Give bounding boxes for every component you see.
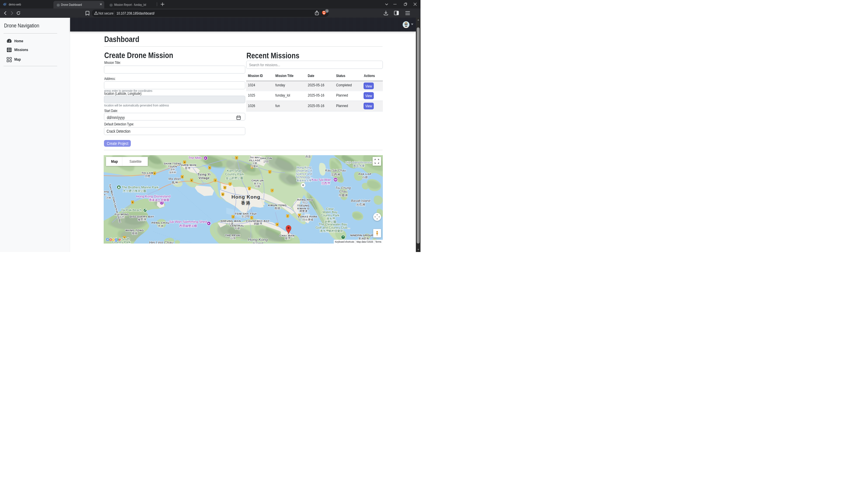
svg-text:清水灣鄉村俱樂部: 清水灣鄉村俱樂部 [320, 229, 343, 232]
svg-text:CHUK UN: CHUK UN [252, 179, 264, 182]
svg-text:5: 5 [209, 166, 210, 168]
svg-text:Basalt Island: Basalt Island [351, 199, 370, 202]
svg-text:馬灣: 馬灣 [171, 181, 178, 184]
svg-text:日出康城: 日出康城 [302, 218, 313, 221]
svg-text:黃大仙: 黃大仙 [254, 182, 261, 185]
svg-text:Kau Sai Wan: Kau Sai Wan [312, 178, 331, 181]
svg-text:觀塘: 觀塘 [274, 207, 280, 210]
svg-text:大橋: 大橋 [106, 196, 111, 199]
svg-text:Hong Kong: Hong Kong [231, 194, 260, 200]
svg-text:High Island Reservoir: High Island Reservoir [345, 161, 372, 164]
svg-text:Tiu Chung: Tiu Chung [335, 186, 351, 190]
svg-text:TSEUNG: TSEUNG [297, 204, 309, 207]
svg-text:西環鐘聲泳棚: 西環鐘聲泳棚 [179, 224, 197, 227]
svg-text:深井村: 深井村 [169, 171, 176, 174]
svg-text:Hong Kong: Hong Kong [296, 166, 311, 169]
svg-text:TSUEN: TSUEN [168, 165, 177, 168]
svg-text:Country Park: Country Park [225, 173, 244, 176]
svg-text:山頂: 山頂 [230, 236, 235, 239]
svg-text:Village: Village [199, 176, 210, 180]
svg-text:竹園: 竹園 [255, 185, 260, 188]
svg-text:Island: Island [252, 241, 263, 244]
svg-text:7: 7 [229, 183, 231, 185]
svg-text:柴灣: 柴灣 [285, 237, 290, 240]
svg-text:滘西灣: 滘西灣 [321, 182, 330, 185]
svg-text:2: 2 [287, 215, 288, 217]
svg-text:7: 7 [272, 189, 273, 191]
svg-text:LOHAS PARK: LOHAS PARK [298, 215, 317, 218]
svg-text:大圍: 大圍 [252, 162, 257, 165]
svg-text:萬宜水庫: 萬宜水庫 [353, 164, 365, 167]
svg-text:9: 9 [236, 157, 237, 159]
svg-text:橫塘: 橫塘 [132, 232, 137, 235]
svg-text:KWAN O: KWAN O [297, 207, 310, 210]
svg-text:The Mills: The Mills [188, 156, 202, 160]
svg-text:Ma Wan: Ma Wan [168, 177, 181, 181]
svg-text:Tai Pak Beach: Tai Pak Beach [121, 208, 141, 212]
svg-text:9: 9 [154, 172, 155, 174]
svg-text:將軍澳: 將軍澳 [299, 210, 308, 213]
svg-text:8: 8 [182, 176, 183, 178]
svg-text:1: 1 [251, 216, 252, 218]
svg-text:The Brothers Marine Park: The Brothers Marine Park [122, 185, 158, 189]
svg-text:DISCOVERY BAY: DISCOVERY BAY [130, 215, 154, 218]
svg-text:Technology...: Technology... [295, 176, 312, 179]
svg-text:Country Park: Country Park [320, 214, 339, 217]
svg-text:8: 8 [132, 201, 133, 203]
svg-text:吊鐘洲: 吊鐘洲 [339, 193, 348, 197]
svg-text:Tuen Mun–Chek Lap Kok Tunl Rd: Tuen Mun–Chek Lap Kok Tunl Rd [108, 183, 121, 223]
svg-text:TAI WAI: TAI WAI [250, 156, 259, 159]
svg-text:VILLAGE: VILLAGE [249, 159, 260, 162]
svg-text:沙田: 沙田 [263, 160, 269, 163]
svg-text:KWUN TONG: KWUN TONG [268, 204, 287, 207]
svg-text:大圍村: 大圍村 [251, 165, 258, 168]
svg-text:Hong Kong Disneyland: Hong Kong Disneyland [136, 195, 171, 198]
svg-text:Science and: Science and [296, 173, 312, 176]
svg-text:PENG CHAU: PENG CHAU [152, 221, 169, 224]
svg-text:Sai Wan Swimming Shed: Sai Wan Swimming Shed [169, 220, 207, 223]
svg-text:尖沙咀: 尖沙咀 [241, 215, 250, 218]
svg-text:西貢: 西貢 [305, 155, 311, 158]
svg-text:香港科技大學: 香港科技大學 [296, 179, 312, 182]
svg-text:Golf and Country Club...: Golf and Country Club... [315, 226, 350, 229]
svg-text:Kau Sai Chau: Kau Sai Chau [325, 168, 346, 172]
svg-text:Hei Ling Chau: Hei Ling Chau [149, 240, 173, 244]
svg-text:9: 9 [184, 161, 185, 163]
svg-text:香港: 香港 [241, 200, 251, 205]
svg-text:University of: University of [296, 169, 312, 173]
svg-text:2: 2 [269, 170, 270, 173]
svg-text:SHAM TSENG: SHAM TSENG [164, 162, 181, 165]
svg-text:坪洲: 坪洲 [157, 224, 163, 228]
svg-text:NINEPIN GROUP: NINEPIN GROUP [350, 234, 373, 237]
svg-text:Tsing Yi: Tsing Yi [198, 173, 210, 176]
svg-text:火石洲: 火石洲 [356, 203, 365, 206]
svg-text:大小磨刀海岸公園: 大小磨刀海岸公園 [123, 189, 146, 193]
svg-text:ong: ong [104, 190, 109, 193]
svg-text:愉景灣: 愉景灣 [138, 218, 146, 221]
svg-text:香港迪士尼樂園: 香港迪士尼樂園 [149, 198, 169, 201]
svg-text:WANG TONG: WANG TONG [125, 229, 144, 232]
svg-text:Chau: Chau [339, 190, 347, 193]
svg-text:荃灣: 荃灣 [185, 167, 190, 170]
svg-text:5: 5 [224, 186, 225, 188]
svg-text:SHA TIN: SHA TIN [260, 157, 272, 160]
svg-text:1: 1 [249, 187, 250, 189]
svg-text:金山郊野公園: 金山郊野公園 [225, 177, 243, 180]
svg-text:8: 8 [191, 179, 192, 181]
svg-text:清水灣: 清水灣 [326, 217, 335, 220]
svg-text:8: 8 [222, 193, 223, 195]
svg-text:滘西洲: 滘西洲 [330, 173, 340, 176]
svg-text:PAK LAP: PAK LAP [358, 173, 371, 176]
svg-text:3: 3 [233, 216, 234, 218]
svg-text:Kam Shan: Kam Shan [227, 169, 242, 173]
svg-text:銅鑼灣: 銅鑼灣 [254, 222, 262, 225]
svg-text:大欖: 大欖 [144, 175, 150, 178]
svg-text:TAI LAM: TAI LAM [141, 172, 153, 175]
svg-text:o...: o... [104, 193, 108, 196]
svg-text:白腊: 白腊 [362, 176, 368, 179]
svg-text:深井: 深井 [170, 168, 175, 171]
svg-text:中環: 中環 [234, 227, 240, 230]
svg-text:3: 3 [214, 179, 216, 181]
svg-text:坑口: 坑口 [302, 201, 308, 203]
svg-text:4: 4 [276, 223, 278, 226]
